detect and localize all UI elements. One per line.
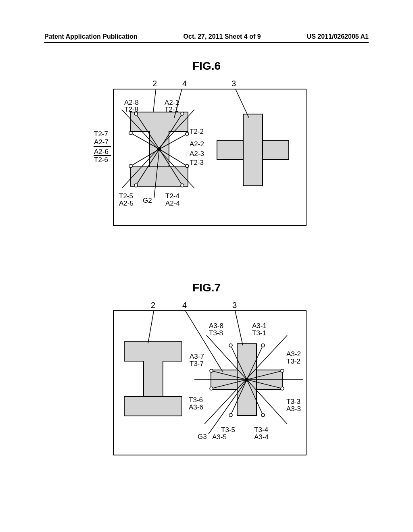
fig6-i-shape-stem — [149, 131, 169, 167]
svg-point-36 — [229, 344, 232, 347]
fig7-label-t36: T3-6 — [189, 397, 203, 404]
fig6-label-a26: A2-6 — [94, 148, 108, 156]
fig6-callout-2: 2 — [152, 79, 157, 88]
fig7-label-g3: G3 — [198, 433, 207, 441]
fig7-label-t38: T3-8 — [209, 330, 223, 337]
header-center: Oct. 27, 2011 Sheet 4 of 9 — [184, 33, 261, 40]
fig7-callout-2: 2 — [151, 301, 155, 310]
fig6-label-t21: T2-1 — [165, 106, 179, 113]
fig7-label-t37: T3-7 — [190, 360, 204, 368]
svg-line-25 — [235, 311, 243, 345]
fig6-label-a27: A2-7 — [94, 139, 108, 146]
page-header: Patent Application Publication Oct. 27, … — [0, 33, 413, 40]
fig6-label-a24: A2-4 — [165, 200, 180, 207]
fig6-label-t24: T2-4 — [165, 193, 179, 200]
fig6-i-shape-top — [130, 112, 188, 132]
fig7-i-shape-stem — [143, 361, 163, 397]
fig7-label-t31: T3-1 — [252, 330, 266, 337]
fig7-label-a32: A3-2 — [286, 351, 301, 358]
fig7-label-a35: A3-5 — [212, 434, 227, 441]
fig7-i-shape-bottom — [124, 396, 182, 416]
svg-point-41 — [229, 414, 232, 417]
fig7-label-a33: A3-3 — [286, 405, 301, 413]
svg-point-40 — [261, 414, 265, 417]
fig7-label-a36: A3-6 — [189, 404, 203, 411]
fig7-plus-seam — [238, 370, 256, 389]
svg-point-37 — [261, 344, 265, 347]
fig6-title: FIG.6 — [192, 60, 221, 73]
header-rule — [44, 42, 369, 43]
fig6-label-t27: T2-7 — [94, 131, 108, 138]
fig6-label-a22: A2-2 — [190, 141, 204, 148]
fig6-label-t25: T2-5 — [119, 193, 133, 200]
fig6-label-t28: T2-8 — [124, 106, 138, 113]
fig7-label-a38: A3-8 — [209, 322, 223, 330]
fig7-label-t34: T3-4 — [254, 426, 268, 434]
fig6-frame — [113, 89, 307, 226]
fig7-label-t35: T3-5 — [221, 426, 235, 434]
fig7-label-t32: T3-2 — [286, 358, 300, 365]
fig7-label-a37: A3-7 — [190, 353, 204, 360]
fig6-label-t23: T2-3 — [190, 159, 204, 166]
fig7-label-t33: T3-3 — [286, 398, 300, 405]
fig6-left-div2 — [94, 155, 111, 156]
fig6-label-t26: T2-6 — [94, 156, 108, 164]
fig6-label-a23: A2-3 — [190, 150, 204, 158]
fig6-callout-3: 3 — [232, 79, 236, 88]
fig6-label-g2: G2 — [143, 197, 152, 204]
fig6-label-t22: T2-2 — [190, 128, 204, 135]
fig6-callout-4: 4 — [182, 79, 187, 88]
fig7-callout-3: 3 — [232, 301, 237, 310]
fig7-label-a31: A3-1 — [252, 322, 267, 330]
svg-line-23 — [148, 311, 154, 343]
fig7-i-shape-top — [124, 341, 182, 362]
header-left: Patent Application Publication — [44, 33, 138, 40]
fig6-i-shape-bottom — [130, 166, 188, 187]
fig6-label-a25: A2-5 — [119, 200, 133, 207]
svg-point-14 — [186, 132, 189, 135]
fig7-title: FIG.7 — [192, 281, 221, 294]
header-right: US 2011/0262005 A1 — [307, 33, 369, 40]
svg-point-19 — [129, 131, 132, 135]
fig7-callout-4: 4 — [182, 301, 187, 310]
svg-line-0 — [153, 89, 156, 112]
fig6-plus-seam — [244, 141, 262, 159]
fig7-label-a34: A3-4 — [254, 434, 269, 441]
fig6-left-div1 — [94, 146, 111, 147]
